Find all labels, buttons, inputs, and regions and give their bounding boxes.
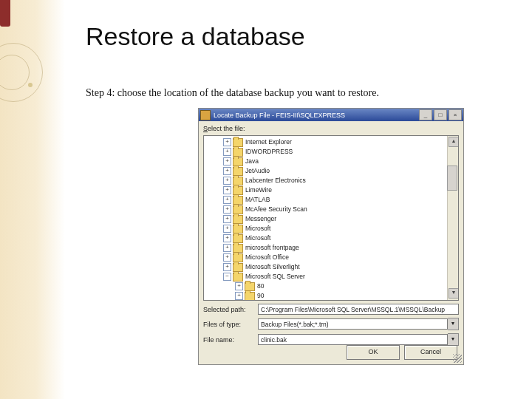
scrollbar[interactable]: ▲ ▼ <box>447 136 458 300</box>
dialog-form: Selected path: C:\Program Files\Microsof… <box>203 304 459 349</box>
tree-item-label: microsoft frontpage <box>245 243 299 253</box>
tree-expand-icon[interactable]: + <box>223 205 231 214</box>
scroll-up-button[interactable]: ▲ <box>449 137 459 147</box>
tree-item[interactable]: +Messenger <box>204 214 458 224</box>
select-file-label: Select the file: <box>203 125 245 132</box>
slide-title: Restore a database <box>86 22 305 51</box>
tree-item-label: LimeWire <box>245 185 272 195</box>
dialog-titlebar[interactable]: Locate Backup File - FEIS-III\SQLEXPRESS… <box>199 109 463 121</box>
close-button[interactable]: × <box>449 109 462 120</box>
tree-expand-icon[interactable]: + <box>223 225 231 233</box>
files-of-type-select[interactable]: Backup Files(*.bak;*.trn) <box>258 318 448 330</box>
slide-step-text: Step 4: choose the location of the datab… <box>86 87 379 99</box>
selected-path-input[interactable]: C:\Program Files\Microsoft SQL Server\MS… <box>258 304 459 315</box>
tree-expand-icon[interactable]: + <box>223 177 231 185</box>
tree-expand-icon[interactable]: + <box>223 234 231 242</box>
resize-grip[interactable] <box>453 354 462 363</box>
ribbon-decoration <box>0 0 10 27</box>
tree-item[interactable]: +MATLAB <box>204 195 458 205</box>
folder-icon <box>233 273 243 282</box>
tree-item[interactable]: +Labcenter Electronics <box>204 176 458 185</box>
file-tree[interactable]: +Internet Explorer+IDWORDPRESS+Java+JetA… <box>203 135 459 301</box>
tree-item-label: Microsoft <box>245 224 270 233</box>
tree-item-label: Microsoft <box>245 233 270 243</box>
tree-item[interactable]: +JetAudio <box>204 166 458 176</box>
tree-item[interactable]: +Microsoft Silverlight <box>204 262 458 272</box>
app-icon <box>200 110 211 120</box>
tree-item-label: IDWORDPRESS <box>245 147 293 157</box>
tree-expand-icon[interactable]: + <box>223 215 231 223</box>
tree-item-label: Labcenter Electronics <box>245 176 306 185</box>
tree-item-label: 90 <box>257 291 264 300</box>
cancel-button[interactable]: Cancel <box>404 345 457 360</box>
tree-expand-icon[interactable]: + <box>223 186 231 194</box>
tree-item[interactable]: +Internet Explorer <box>204 137 458 147</box>
tree-item[interactable]: −Microsoft SQL Server <box>204 272 458 282</box>
tree-item[interactable]: +IDWORDPRESS <box>204 147 458 157</box>
tree-expand-icon[interactable]: − <box>223 273 231 281</box>
tree-item[interactable]: +Microsoft Office <box>204 253 458 262</box>
maximize-button[interactable]: □ <box>434 109 447 120</box>
selected-path-label: Selected path: <box>203 306 258 313</box>
tree-item-label: Messenger <box>245 214 276 224</box>
tree-item[interactable]: +90 <box>204 291 458 300</box>
tree-item-label: Java <box>245 157 259 166</box>
tree-expand-icon[interactable]: + <box>223 196 231 204</box>
tree-item-label: Microsoft Office <box>245 253 289 262</box>
tree-item[interactable]: +Java <box>204 157 458 166</box>
tree-item[interactable]: +80 <box>204 282 458 291</box>
locate-backup-dialog: Locate Backup File - FEIS-III\SQLEXPRESS… <box>198 108 464 365</box>
ok-button[interactable]: OK <box>347 345 400 360</box>
tree-item[interactable]: +McAfee Security Scan <box>204 205 458 214</box>
dialog-title: Locate Backup File - FEIS-III\SQLEXPRESS <box>214 112 345 119</box>
slide-sidebar <box>0 0 65 399</box>
tree-item-label: JetAudio <box>245 166 270 176</box>
file-name-label: File name: <box>203 336 258 344</box>
tree-expand-icon[interactable]: + <box>223 167 231 175</box>
tree-item-label: McAfee Security Scan <box>245 205 307 214</box>
tree-expand-icon[interactable]: + <box>223 157 231 166</box>
files-of-type-label: Files of type: <box>203 321 258 328</box>
scroll-down-button[interactable]: ▼ <box>449 288 459 299</box>
decor-dot <box>28 83 33 87</box>
tree-expand-icon[interactable]: + <box>223 263 231 271</box>
scroll-thumb[interactable] <box>447 166 457 191</box>
tree-item-label: 80 <box>257 282 264 291</box>
folder-icon <box>245 292 255 301</box>
minimize-button[interactable]: _ <box>419 109 432 120</box>
tree-item[interactable]: +microsoft frontpage <box>204 243 458 253</box>
tree-expand-icon[interactable]: + <box>223 253 231 262</box>
tree-item-label: Internet Explorer <box>245 137 292 147</box>
tree-expand-icon[interactable]: + <box>223 244 231 252</box>
tree-item-label: MATLAB <box>245 195 270 205</box>
tree-expand-icon[interactable]: + <box>223 138 231 146</box>
tree-item-label: Microsoft SQL Server <box>245 272 305 282</box>
tree-expand-icon[interactable]: + <box>235 292 243 300</box>
tree-expand-icon[interactable]: + <box>235 282 243 290</box>
tree-item[interactable]: +Microsoft <box>204 224 458 233</box>
chevron-down-icon[interactable]: ▼ <box>448 318 459 330</box>
chevron-down-icon[interactable]: ▼ <box>448 333 459 346</box>
tree-item[interactable]: +Microsoft <box>204 233 458 243</box>
file-name-input[interactable]: clinic.bak <box>258 334 448 345</box>
tree-item[interactable]: +LimeWire <box>204 185 458 195</box>
tree-item-label: Microsoft Silverlight <box>245 262 300 272</box>
tree-expand-icon[interactable]: + <box>223 148 231 156</box>
